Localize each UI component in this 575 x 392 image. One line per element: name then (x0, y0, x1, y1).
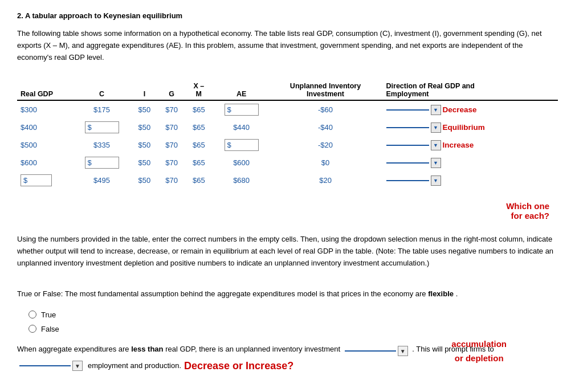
dropdown-line-2 (386, 127, 429, 128)
header-xm: X –M (185, 80, 213, 100)
c-input-4[interactable] (85, 157, 119, 169)
cell-i-4: $50 (131, 154, 158, 172)
ae-input-3[interactable] (225, 139, 259, 151)
cell-c-4[interactable] (73, 154, 131, 172)
direction-dropdown-3[interactable]: ▼ Increase (386, 140, 554, 150)
keynesian-table: Real GDP C I G X –M AE Unplanned Invento… (17, 80, 558, 189)
cell-direction-1: ▼ Decrease (381, 100, 558, 119)
cell-c-1: $175 (73, 100, 131, 119)
section-description: The following table shows some informati… (17, 28, 558, 63)
cell-c-3: $335 (73, 136, 131, 154)
cell-g-2: $70 (158, 119, 185, 136)
cell-unplanned-1: -$60 (271, 100, 381, 119)
direction-dropdown-1[interactable]: ▼ Decrease (386, 105, 554, 115)
cell-xm-5: $65 (185, 172, 213, 189)
bottom-text1: When aggregate expenditures are (17, 345, 131, 353)
section-title: 2. A tabular approach to Keynesian equil… (17, 11, 558, 20)
dropdown-line-5 (386, 180, 429, 181)
cell-direction-3: ▼ Increase (381, 136, 558, 154)
bottom-dropdown-1[interactable]: ▼ (345, 346, 408, 356)
accum-text: accumulationor depletion (451, 339, 507, 364)
bottom-dd-line-2 (19, 365, 71, 366)
radio-label-false: False (41, 325, 59, 333)
cell-i-5: $50 (131, 172, 158, 189)
direction-label-2: Equilibrium (443, 123, 485, 132)
bottom-text2: real GDP, there is an unplanned inventor… (165, 345, 340, 353)
cell-ae-5: $680 (213, 172, 271, 189)
bottom-text4: employment and production. (88, 360, 181, 372)
bottom-dd-arrow-2[interactable]: ▼ (72, 361, 83, 371)
header-c: C (73, 80, 131, 100)
table-note: Using the numbers provided in the table,… (17, 234, 558, 269)
bottom-dropdown-2[interactable]: ▼ (19, 361, 83, 371)
which-one-text: Which onefor each? (506, 201, 549, 220)
table-row: $495 $50 $70 $65 $680 $20 ▼ (17, 172, 558, 189)
dropdown-line-1 (386, 109, 429, 111)
cell-gdp-5[interactable] (17, 172, 73, 189)
cell-i-3: $50 (131, 136, 158, 154)
cell-g-3: $70 (158, 136, 185, 154)
tf-question: True or False: The most fundamental assu… (17, 288, 558, 300)
dropdown-arrow-4[interactable]: ▼ (431, 158, 441, 168)
cell-xm-4: $65 (185, 154, 213, 172)
direction-label-3: Increase (443, 141, 474, 149)
direction-dropdown-2[interactable]: ▼ Equilibrium (386, 122, 554, 133)
header-g: G (158, 80, 185, 100)
direction-dropdown-5[interactable]: ▼ (386, 175, 554, 186)
ae-input-1[interactable] (225, 104, 259, 116)
dropdown-arrow-2[interactable]: ▼ (431, 122, 441, 133)
header-direction: Direction of Real GDP andEmployment (381, 80, 558, 100)
cell-g-4: $70 (158, 154, 185, 172)
cell-g-1: $70 (158, 100, 185, 119)
cell-unplanned-5: $20 (271, 172, 381, 189)
dropdown-line-3 (386, 145, 429, 146)
header-ae: AE (213, 80, 271, 100)
header-real-gdp: Real GDP (17, 80, 73, 100)
radio-item-false[interactable]: False (28, 325, 558, 333)
table-row: $500 $335 $50 $70 $65 -$20 ▼ Increase (17, 136, 558, 154)
direction-dropdown-4[interactable]: ▼ (386, 158, 554, 168)
dropdown-arrow-3[interactable]: ▼ (431, 140, 441, 150)
tf-text-before: True or False: The most fundamental assu… (17, 289, 426, 298)
cell-i-1: $50 (131, 100, 158, 119)
gdp-input-5[interactable] (21, 174, 52, 186)
bottom-bold1: less than (131, 345, 163, 353)
direction-label-1: Decrease (443, 105, 477, 114)
radio-group: True False (28, 311, 558, 333)
cell-gdp-1: $300 (17, 100, 73, 119)
cell-ae-3[interactable] (213, 136, 271, 154)
cell-direction-4: ▼ (381, 154, 558, 172)
cell-xm-1: $65 (185, 100, 213, 119)
cell-c-5: $495 (73, 172, 131, 189)
c-input-2[interactable] (85, 121, 119, 133)
accum-depletion-annotation: accumulationor depletion (451, 337, 507, 366)
cell-ae-4: $600 (213, 154, 271, 172)
header-unplanned: Unplanned InventoryInvestment (271, 80, 381, 100)
which-one-annotation: Which onefor each? (506, 201, 549, 220)
cell-gdp-4: $600 (17, 154, 73, 172)
cell-c-2[interactable] (73, 119, 131, 136)
cell-unplanned-4: $0 (271, 154, 381, 172)
main-table-wrapper: Real GDP C I G X –M AE Unplanned Invento… (17, 80, 558, 189)
cell-ae-2: $440 (213, 119, 271, 136)
table-row: $600 $50 $70 $65 $600 $0 ▼ (17, 154, 558, 172)
bottom-dd-arrow-1[interactable]: ▼ (398, 346, 408, 356)
header-i: I (131, 80, 158, 100)
cell-xm-3: $65 (185, 136, 213, 154)
table-row: $400 $50 $70 $65 $440 -$40 ▼ Equilibrium (17, 119, 558, 136)
cell-unplanned-2: -$40 (271, 119, 381, 136)
dropdown-arrow-1[interactable]: ▼ (431, 105, 441, 115)
radio-circle-true[interactable] (28, 311, 36, 318)
radio-item-true[interactable]: True (28, 311, 558, 319)
tf-text-after: . (456, 289, 458, 298)
bottom-dd-line-1 (345, 350, 396, 352)
tf-bold-word: flexible (428, 289, 454, 298)
radio-circle-false[interactable] (28, 325, 36, 333)
radio-label-true: True (41, 311, 56, 319)
cell-direction-2: ▼ Equilibrium (381, 119, 558, 136)
cell-g-5: $70 (158, 172, 185, 189)
decrease-or-increase: Decrease or Increase? (184, 357, 293, 375)
cell-gdp-3: $500 (17, 136, 73, 154)
dropdown-arrow-5[interactable]: ▼ (431, 175, 441, 186)
cell-ae-1[interactable] (213, 100, 271, 119)
